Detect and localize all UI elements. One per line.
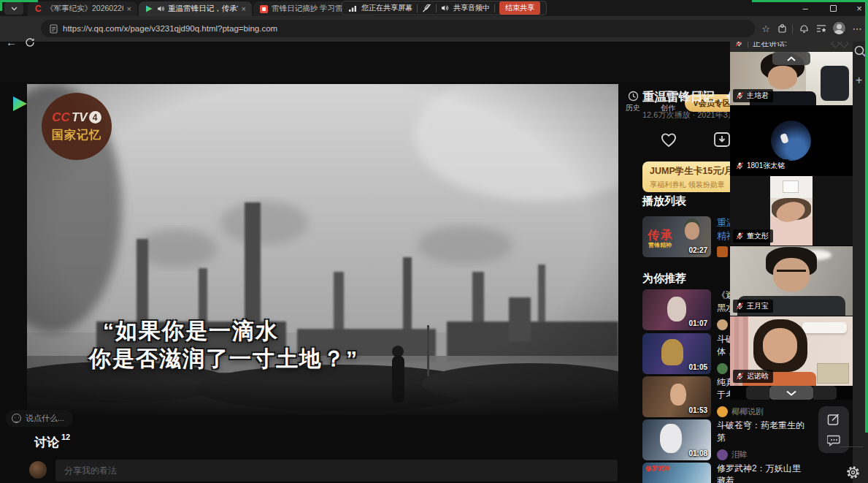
channel-name: 椰椰说剧 <box>731 406 764 417</box>
notification-bell-icon[interactable] <box>797 22 810 35</box>
recommend-thumbnail[interactable]: 01:53 <box>642 376 711 417</box>
restore-icon <box>830 5 837 12</box>
tab-close-icon[interactable]: × <box>242 4 246 13</box>
discussion-count: 12 <box>61 433 70 441</box>
recommend-item[interactable]: 01:08 斗破苍穹：药老重生的第 一战究竟有多狂呢？抬… 泪眸 <box>642 419 804 460</box>
signal-bars-icon <box>348 4 357 12</box>
duration-badge: 02:27 <box>688 246 707 254</box>
favorite-star-icon[interactable]: ☆ <box>759 22 772 35</box>
mic-muted-icon <box>736 303 744 310</box>
recommend-thumbnail[interactable]: 修罗武神 <box>642 463 711 483</box>
video-player[interactable]: CCTV 4 国家记忆 “如果你是一滴水 你是否滋润了一寸土地？” <box>27 84 618 415</box>
settings-gear-icon[interactable] <box>845 465 861 480</box>
browser-tab-military-doc[interactable]: C 《军事纪实》20260226 陆军先锋 × <box>28 1 137 16</box>
duration-badge: 01:08 <box>688 449 707 457</box>
like-heart-button[interactable] <box>659 131 678 148</box>
collapse-up-button[interactable] <box>772 52 810 65</box>
download-button[interactable] <box>713 131 731 148</box>
thumbnail-tag: 修罗武神 <box>645 465 670 474</box>
user-avatar[interactable] <box>29 461 47 479</box>
mic-muted-icon <box>736 162 744 170</box>
mic-muted-icon <box>736 373 744 380</box>
quick-history[interactable]: 历史 <box>621 91 645 113</box>
refresh-button[interactable] <box>25 37 35 47</box>
comment-input[interactable]: 分享我的看法 <box>55 460 618 482</box>
chat-bubble-icon[interactable] <box>827 435 840 446</box>
channel-avatar <box>717 363 728 374</box>
back-button[interactable]: ← <box>6 36 17 48</box>
promo-line2: 享福利券礼 领装扮勋章 <box>650 180 730 190</box>
comment-placeholder: 分享我的看法 <box>64 465 117 477</box>
chevron-up-icon <box>787 56 796 61</box>
recommend-thumbnail[interactable]: 01:08 <box>642 419 711 460</box>
profile-avatar[interactable] <box>832 21 845 34</box>
screen-share-toolbar: 您正在共享屏幕 共享音频中 结束共享 <box>342 1 547 15</box>
channel-avatar <box>717 246 728 257</box>
promo-line1: JUMP学生卡15元/月 <box>650 165 730 178</box>
channel-avatar <box>717 406 728 417</box>
danmaku-input[interactable]: 说点什么... <box>6 410 73 427</box>
channel-row[interactable]: 泪眸 <box>717 449 804 460</box>
window-minimize-button[interactable]: – <box>797 1 813 15</box>
smiley-icon <box>12 414 21 423</box>
annotate-pen-icon[interactable] <box>422 4 431 12</box>
browser-menu-icon[interactable]: ⋯ <box>850 22 864 35</box>
page-security-icon <box>50 24 58 34</box>
promo-banner[interactable]: JUMP学生卡15元/月 享福利券礼 领装扮勋章 <box>642 161 737 192</box>
chevron-down-icon <box>11 7 18 11</box>
tab-title: 重温雷锋日记，传承雷锋精神 <box>168 4 238 14</box>
duration-badge: 01:53 <box>688 406 707 414</box>
scroll-down-button[interactable] <box>769 386 813 400</box>
window-restore-button[interactable] <box>825 1 841 15</box>
participant-name-tag: 董文彤 <box>733 229 773 243</box>
participant-tile[interactable]: 1801张太铭 <box>730 106 853 175</box>
watermark-subtitle: 国家记忆 <box>52 128 101 143</box>
share-border-left <box>0 0 2 11</box>
share-border-top-left <box>0 0 38 2</box>
video-subtitle-line2: 你是否滋润了一寸土地？” <box>89 344 358 374</box>
address-bar[interactable]: https://v.qq.com/x/page/v3231qjd90q.html… <box>41 20 755 37</box>
channel-avatar <box>717 319 728 330</box>
collections-icon[interactable] <box>815 22 828 35</box>
recommend-thumbnail[interactable]: 01:07 <box>642 289 711 330</box>
tab-close-icon[interactable]: × <box>127 4 131 13</box>
participant-name-tag: 王月宝 <box>733 300 773 313</box>
browser-tab-strip: C 《军事纪实》20260226 陆军先锋 × 重温雷锋日记，传承雷锋精神 × … <box>0 0 868 16</box>
mic-muted-icon <box>736 92 744 99</box>
cctv4-watermark: CCTV 4 国家记忆 <box>42 93 112 160</box>
sharing-status-label: 您正在共享屏幕 <box>361 3 412 13</box>
participant-name-tag: 1801张太铭 <box>733 159 789 172</box>
cctv-favicon: C <box>34 4 42 13</box>
channel-name: 泪眸 <box>731 449 748 460</box>
channel-avatar <box>717 449 728 460</box>
participant-tile[interactable]: 王月宝 <box>730 246 853 316</box>
playlist-heading: 播放列表 <box>642 194 686 208</box>
tencent-video-favicon <box>145 4 153 13</box>
participant-tile[interactable]: 迟诺晗 <box>730 316 853 386</box>
recommend-item[interactable]: 修罗武神 修罗武神2：万妖山里藏着 啥秘密，楚枫为啥非要… <box>642 463 804 483</box>
end-share-button[interactable]: 结束共享 <box>499 1 540 15</box>
meeting-panel: 正在讲话: 主培君 1801张太铭 董文彤 <box>730 34 853 400</box>
share-border-top <box>752 0 868 2</box>
tab-search-button[interactable] <box>4 2 23 15</box>
playlist-thumbnail[interactable]: 传承 雷锋精神 02:27 <box>642 216 711 257</box>
recommend-title[interactable]: 斗破苍穹：药老重生的第 一战究竟有多狂呢？抬… <box>717 419 804 444</box>
duration-badge: 01:05 <box>688 363 707 371</box>
sidebar-add-icon[interactable]: + <box>856 74 862 87</box>
mic-muted-icon <box>736 232 744 240</box>
clock-icon <box>628 91 639 102</box>
browser-tab-leifeng-video[interactable]: 重温雷锋日记，传承雷锋精神 × <box>139 1 252 16</box>
recommend-heading: 为你推荐 <box>642 272 686 286</box>
browser-toolbar: ← https://v.qq.com/x/page/v3231qjd90q.ht… <box>0 16 868 42</box>
extensions-icon[interactable] <box>776 22 789 35</box>
recommend-title[interactable]: 修罗武神2：万妖山里藏着 啥秘密，楚枫为啥非要… <box>717 463 804 483</box>
annotation-edit-icon[interactable] <box>827 413 840 426</box>
channel-row[interactable]: 椰椰说剧 <box>717 406 804 417</box>
share-border-right <box>865 0 868 433</box>
participant-name-tag: 迟诺晗 <box>733 370 773 383</box>
recommend-thumbnail[interactable]: 01:05 <box>642 333 711 374</box>
danmaku-placeholder: 说点什么... <box>26 413 64 424</box>
speaker-icon <box>441 4 449 12</box>
tab-audio-icon <box>157 5 164 12</box>
participant-tile[interactable]: 董文彤 <box>730 176 853 246</box>
